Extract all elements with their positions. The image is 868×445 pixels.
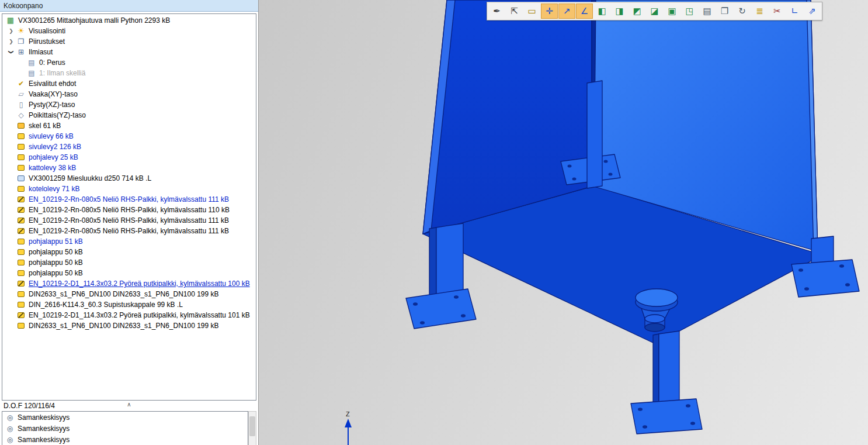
tree-item[interactable]: pohjalappu 50 kB: [2, 257, 256, 268]
beam-icon: [16, 278, 26, 289]
back-leg[interactable]: [587, 81, 602, 188]
z-axis-indicator: Z: [345, 410, 352, 445]
constraints-scrollbar[interactable]: [248, 411, 256, 445]
constraints-list: SamankeskisyysSamankeskisyysSamankeskisy…: [2, 411, 248, 445]
viewport-3d[interactable]: ✒⇱▭✛↗∠◧◨◩◪▣◳▤❐↻≣✂∟⇗: [259, 0, 868, 445]
face-left-icon[interactable]: ◩: [629, 4, 645, 19]
model-3d[interactable]: Z: [259, 0, 868, 445]
tree-item[interactable]: DIN_2616-K114.3_60.3 Supistuskappale 99 …: [2, 299, 256, 310]
tree-item[interactable]: Pysty(XZ)-taso: [2, 99, 256, 110]
part-icon: [16, 142, 26, 152]
chevron-collapsed-icon[interactable]: ❯: [6, 36, 16, 47]
tree-item-label: EN_10219-2-Rn-080x5 Neliö RHS-Palkki, ky…: [28, 206, 230, 214]
tree-item[interactable]: Esivalitut ehdot: [2, 78, 256, 89]
snap-angle-icon[interactable]: ∠: [576, 4, 593, 19]
front-left-leg-flange[interactable]: [406, 289, 476, 329]
tree-item[interactable]: DIN2633_s1_PN6_DN100 DIN2633_s1_PN6_DN10…: [2, 320, 256, 331]
indent-spacer: [6, 78, 16, 89]
tree-item[interactable]: pohjalappu 51 kB: [2, 236, 256, 247]
part-icon: [16, 163, 26, 173]
snap-point-icon[interactable]: ✛: [541, 4, 558, 19]
tree-item-label: Poikittais(YZ)-taso: [28, 111, 86, 119]
tree-item-label: pohjalappu 50 kB: [28, 248, 83, 256]
panel-mid-row: D.O.F 120/116/4: [0, 401, 258, 411]
tree-item[interactable]: ❯Ilmiasut: [2, 47, 256, 57]
tree-item[interactable]: ❯Visualisointi: [2, 26, 256, 36]
tree-item[interactable]: VX3001259 Miesluukku d250 714 kB .L: [2, 173, 256, 184]
select-box-icon[interactable]: ⇱: [506, 4, 523, 19]
tree-item[interactable]: EN_10219-2-Rn-080x5 Neliö RHS-Palkki, ky…: [2, 194, 256, 205]
tree-item-label: DIN2633_s1_PN6_DN100 DIN2633_s1_PN6_DN10…: [28, 322, 219, 330]
copy-icon[interactable]: ❐: [716, 4, 733, 19]
part-icon: [16, 268, 26, 278]
indent-spacer: [6, 57, 16, 68]
tree-item[interactable]: ❯Piirustukset: [2, 36, 256, 47]
tree-item[interactable]: sivulevy 66 kB: [2, 131, 256, 142]
indent-spacer: [6, 278, 16, 289]
tree-item[interactable]: Poikittais(YZ)-taso: [2, 110, 256, 120]
tree-item-label: Piirustukset: [28, 37, 65, 46]
tree-item[interactable]: 1: Ilman skelliä: [2, 68, 256, 78]
indent-spacer: [6, 173, 16, 184]
tree-item-label: Vaaka(XY)-taso: [28, 90, 78, 98]
tree-item[interactable]: EN_10219-2-Rn-080x5 Neliö RHS-Palkki, ky…: [2, 226, 256, 236]
chevron-collapsed-icon[interactable]: ❯: [6, 26, 16, 36]
tree-item[interactable]: EN_10219-2-D1_114.3x03.2 Pyöreä putkipal…: [2, 310, 256, 320]
constraint-item[interactable]: Samankeskisyys: [2, 434, 248, 445]
model-open-icon[interactable]: ◳: [681, 4, 698, 19]
scrollbar-thumb[interactable]: [249, 416, 255, 436]
beam-icon: [16, 215, 26, 226]
measure-ruler-icon[interactable]: ▭: [523, 4, 540, 19]
rotate-icon[interactable]: ↻: [734, 4, 751, 19]
constraint-item[interactable]: Samankeskisyys: [2, 423, 248, 434]
part-icon: [16, 299, 26, 310]
tree-item[interactable]: sivulevy2 126 kB: [2, 142, 256, 152]
pin-icon[interactable]: ✒: [488, 4, 505, 19]
subassembly-icon: [16, 173, 26, 184]
layers-icon[interactable]: ≣: [751, 4, 768, 19]
face-box-icon[interactable]: ▣: [664, 4, 680, 19]
face-right-icon[interactable]: ◪: [646, 4, 663, 19]
splitter-chevron-icon[interactable]: [127, 401, 131, 409]
part-icon: [16, 247, 26, 257]
tree-item-label: 0: Perus: [39, 58, 65, 67]
face-shaded-icon[interactable]: ◧: [593, 4, 610, 19]
tree-item[interactable]: pohjalappu 50 kB: [2, 268, 256, 278]
concentric-icon: [5, 412, 15, 423]
indent-spacer: [6, 299, 16, 310]
tree-item[interactable]: kotelolevy 71 kB: [2, 184, 256, 194]
tree-item[interactable]: pohjalappu 50 kB: [2, 247, 256, 257]
tree-item[interactable]: pohjalevy 25 kB: [2, 152, 256, 163]
right-leg-flange[interactable]: [791, 260, 859, 297]
tree-item-label: kotelolevy 71 kB: [28, 185, 79, 193]
bottom-leg-side[interactable]: [653, 334, 659, 413]
feature-list-icon[interactable]: ▤: [699, 4, 716, 19]
bottom-leg-flange[interactable]: [631, 399, 702, 434]
plane-yz-icon: [16, 110, 26, 120]
face-top-icon[interactable]: ◨: [611, 4, 628, 19]
tree-item[interactable]: Vaaka(XY)-taso: [2, 89, 256, 99]
tree-item[interactable]: 0: Perus: [2, 57, 256, 68]
indent-spacer: [6, 163, 16, 173]
tree-item[interactable]: DIN2633_s1_PN6_DN100 DIN2633_s1_PN6_DN10…: [2, 289, 256, 299]
chevron-expanded-icon[interactable]: ❯: [6, 47, 16, 57]
tree-item[interactable]: EN_10219-2-Rn-080x5 Neliö RHS-Palkki, ky…: [2, 215, 256, 226]
indent-spacer: [6, 226, 16, 236]
tree-item-label: EN_10219-2-Rn-080x5 Neliö RHS-Palkki, ky…: [28, 195, 229, 203]
axes-icon[interactable]: ∟: [786, 4, 803, 19]
bottom-leg[interactable]: [659, 331, 679, 412]
snap-direction-icon[interactable]: ↗: [558, 4, 575, 19]
constraint-item[interactable]: Samankeskisyys: [2, 412, 248, 423]
tree-item[interactable]: EN_10219-2-Rn-080x5 Neliö RHS-Palkki, ky…: [2, 205, 256, 215]
tree-item-label: Ilmiasut: [28, 48, 53, 56]
tree-item[interactable]: kattolevy 38 kB: [2, 163, 256, 173]
assembly-icon: [6, 15, 15, 26]
export-icon[interactable]: ⇗: [804, 4, 821, 19]
tree-item[interactable]: VX3001265 Mittaohjautuva malli Python 22…: [2, 15, 256, 26]
tree-item[interactable]: skel 61 kB: [2, 120, 256, 131]
tree-item-label: EN_10219-2-D1_114.3x03.2 Pyöreä putkipal…: [28, 280, 250, 288]
beam-icon: [16, 310, 26, 320]
tree-item[interactable]: EN_10219-2-D1_114.3x03.2 Pyöreä putkipal…: [2, 278, 256, 289]
cut-icon[interactable]: ✂: [769, 4, 786, 19]
part-icon: [16, 236, 26, 247]
